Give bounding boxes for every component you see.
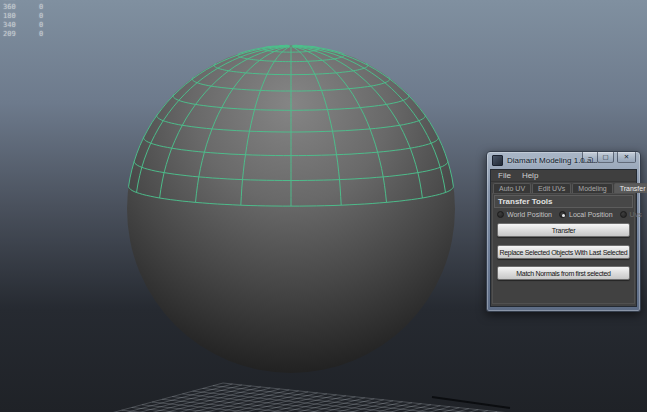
tab-edit-uvs[interactable]: Edit UVs [532, 183, 571, 193]
radio-circle-selected-icon [559, 211, 566, 218]
diamant-modeling-window: Diamant Modeling 1.0 al... – ▢ ✕ File He… [486, 151, 641, 312]
radio-uvs: Uvs [620, 211, 642, 218]
match-normals-button[interactable]: Match Normals from first selected [497, 266, 630, 280]
ground-grid [78, 383, 551, 412]
maximize-button[interactable]: ▢ [598, 152, 614, 163]
tab-modeling[interactable]: Modeling [572, 183, 612, 193]
transfer-button[interactable]: Transfer [497, 223, 630, 237]
radio-circle-icon [497, 211, 504, 218]
hud-row: 2090 [3, 30, 63, 39]
close-button[interactable]: ✕ [617, 152, 636, 163]
radio-world-position[interactable]: World Position [497, 211, 552, 218]
hud-row: 3400 [3, 21, 63, 30]
radio-local-position[interactable]: Local Position [559, 211, 613, 218]
tab-bar: Auto UV Edit UVs Modeling Transfer [493, 183, 635, 193]
hud-row: 1800 [3, 12, 63, 21]
tab-transfer[interactable]: Transfer [614, 183, 647, 193]
transfer-tools-header: Transfer Tools [494, 195, 633, 208]
menu-help[interactable]: Help [522, 171, 538, 180]
transfer-tab-page: Transfer Tools World Position Local Posi… [492, 193, 635, 304]
menu-bar: File Help [491, 170, 636, 182]
minimize-button[interactable]: – [582, 152, 598, 163]
window-client-area: File Help Auto UV Edit UVs Modeling Tran… [490, 169, 637, 307]
poly-count-hud: 3600 3600 1800 3400 2090 [3, 0, 63, 39]
tab-auto-uv[interactable]: Auto UV [493, 183, 531, 193]
maya-3d-viewport[interactable]: 3600 3600 1800 3400 2090 Diamant Modelin… [0, 0, 647, 412]
hud-row: 3600 [3, 3, 63, 12]
radio-circle-icon [620, 211, 627, 218]
position-radio-group: World Position Local Position Uvs [493, 209, 634, 219]
menu-file[interactable]: File [498, 171, 511, 180]
replace-selected-button[interactable]: Replace Selected Objects With Last Selec… [497, 245, 630, 259]
app-icon [492, 155, 503, 166]
window-titlebar[interactable]: Diamant Modeling 1.0 al... – ▢ ✕ [490, 152, 637, 169]
